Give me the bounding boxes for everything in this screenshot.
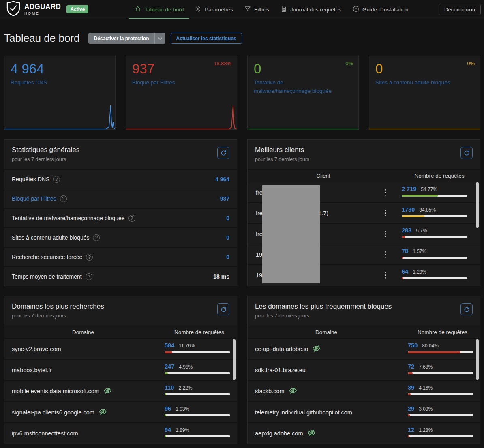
refresh-statistics-button[interactable]: Actualiser les statistiques: [171, 33, 242, 44]
stats-row: Requêtes DNS ? 4 964: [4, 169, 237, 189]
card-title: Meilleurs clients: [255, 146, 309, 154]
table-row: mabbox.bytel.fr 247 4.98%: [4, 359, 237, 380]
brand-sub: HOME: [24, 11, 61, 15]
refresh-card-button[interactable]: [460, 303, 473, 315]
request-count: 72: [408, 363, 414, 370]
usage-bar: [402, 277, 467, 279]
stat-value: 0: [254, 61, 352, 77]
table-row: sync-v2.brave.com 584 11.76%: [4, 338, 237, 359]
stat-row-value: 4 964: [215, 176, 229, 182]
document-icon: [281, 6, 287, 13]
nav-settings[interactable]: Paramètres: [189, 0, 239, 19]
request-count: 750: [408, 342, 418, 349]
general-statistics-card: Statistiques générales pour les 7 dernie…: [4, 139, 237, 286]
request-count: 12: [408, 427, 414, 433]
nav-label: Paramètres: [205, 6, 233, 13]
usage-bar: [402, 257, 467, 259]
chevron-down-icon[interactable]: [154, 33, 165, 44]
domain-name: mabbox.bytel.fr: [12, 367, 52, 373]
request-percent: 1.57%: [413, 249, 426, 254]
stats-row: Bloqué par Filtres ? 937: [4, 189, 237, 208]
help-icon[interactable]: ?: [93, 234, 100, 241]
redaction-box: [262, 185, 320, 283]
disable-protection-button[interactable]: Désactiver la protection: [88, 33, 165, 44]
request-count: 247: [165, 363, 174, 370]
nav-dashboard[interactable]: Tableau de bord: [129, 0, 189, 19]
stat-label: Requêtes DNS: [11, 79, 89, 87]
table-header: Domaine Nombre de requêtes: [4, 326, 237, 338]
request-percent: 34.85%: [419, 207, 436, 213]
request-percent: 2.22%: [178, 385, 192, 391]
request-count: 39: [408, 384, 414, 391]
usage-bar: [408, 393, 473, 395]
nav-filters[interactable]: Filtres: [239, 0, 275, 19]
nav-setup-guide[interactable]: ? Guide d'installation: [347, 0, 414, 19]
request-count: 29: [408, 405, 414, 412]
request-count: 584: [165, 342, 174, 349]
request-percent: 7.68%: [419, 364, 433, 370]
domain-name: cc-api-data.adobe.io: [255, 346, 308, 352]
top-bar: ADGUARD HOME Activé Tableau de bord Para…: [0, 0, 484, 19]
scrollbar-thumb[interactable]: [476, 182, 479, 228]
refresh-icon: [464, 150, 470, 156]
request-count: 64: [402, 268, 408, 275]
help-icon[interactable]: ?: [128, 215, 135, 222]
client-menu-button[interactable]: [383, 187, 388, 197]
card-title: Les domaines les plus fréquemment bloqué…: [255, 302, 392, 311]
card-subtitle: pour les 7 derniers jours: [255, 156, 309, 162]
tracker-eye-slash-icon: [99, 408, 107, 416]
client-menu-button[interactable]: [383, 208, 388, 218]
column-header-client: Client: [248, 173, 399, 179]
request-count: 283: [402, 227, 411, 234]
request-percent: 1.29%: [413, 269, 426, 275]
request-count: 96: [165, 405, 171, 412]
logout-button[interactable]: Déconnexion: [439, 4, 481, 15]
usage-bar: [402, 215, 467, 217]
scrollbar-thumb[interactable]: [476, 339, 479, 380]
stat-card-dns-queries: 4 964 Requêtes DNS: [4, 56, 116, 130]
refresh-icon: [221, 307, 227, 313]
nav-label: Journal des requêtes: [290, 6, 341, 13]
nav-label: Guide d'installation: [362, 6, 409, 13]
stat-label: Tentative de malware/hameçonnage bloquée: [254, 79, 332, 96]
request-count: 1730: [402, 206, 415, 213]
tracker-eye-slash-icon: [289, 387, 297, 395]
nav-query-log[interactable]: Journal des requêtes: [275, 0, 347, 19]
stat-label: Bloqué par Filtres: [132, 79, 211, 87]
stats-row: Recherche sécurisée forcée ? 0: [4, 247, 237, 266]
sparkline-chart: [248, 104, 358, 129]
stat-percent: 18.88%: [214, 60, 231, 66]
card-subtitle: pour les 7 derniers jours: [255, 313, 392, 319]
request-percent: 4.98%: [179, 364, 193, 370]
domain-name: ipv6.msftconnecttest.com: [12, 430, 78, 437]
refresh-card-button[interactable]: [217, 303, 229, 315]
request-percent: 80.04%: [422, 343, 439, 349]
refresh-card-button[interactable]: [460, 147, 473, 159]
table-row: cc-api-data.adobe.io 750 80.04%: [248, 338, 480, 359]
card-title: Domaines les plus recherchés: [12, 302, 104, 311]
sparkline-chart: [369, 104, 480, 129]
usage-bar: [408, 414, 473, 416]
column-header-domain: Domaine: [4, 329, 162, 335]
client-menu-button[interactable]: [383, 249, 388, 259]
client-menu-button[interactable]: [383, 229, 388, 239]
stat-row-label-link[interactable]: Bloqué par Filtres: [12, 195, 56, 202]
refresh-icon: [464, 307, 470, 313]
help-icon[interactable]: ?: [53, 176, 60, 183]
help-icon[interactable]: ?: [86, 273, 92, 280]
table-row: telemetry.individual.githubcopilot.com 2…: [248, 401, 480, 422]
stat-card-malware-blocked: 0% 0 Tentative de malware/hameçonnage bl…: [247, 56, 359, 130]
table-row: sdk.fra-01.braze.eu 72 7.68%: [248, 359, 480, 380]
help-icon[interactable]: ?: [86, 254, 93, 261]
stat-row-value: 18 ms: [213, 273, 229, 280]
top-domains-card: Domaines les plus recherchés pour les 7 …: [4, 296, 237, 444]
card-title: Statistiques générales: [12, 146, 79, 154]
column-header-requests: Nombre de requêtes: [405, 329, 480, 335]
help-icon[interactable]: ?: [60, 195, 67, 202]
stat-percent: 0%: [345, 60, 353, 66]
stats-row: Sites à contenu adulte bloqués ? 0: [4, 227, 237, 247]
usage-bar: [408, 351, 473, 353]
scrollbar-thumb[interactable]: [233, 339, 236, 380]
client-menu-button[interactable]: [383, 270, 388, 280]
refresh-card-button[interactable]: [217, 147, 229, 159]
